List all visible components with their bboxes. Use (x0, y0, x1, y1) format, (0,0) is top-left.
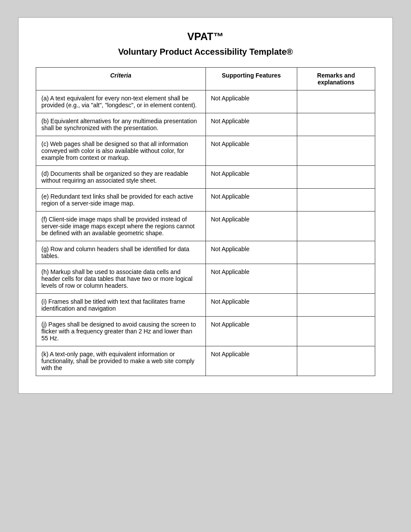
remarks-cell (297, 241, 375, 264)
remarks-cell (297, 346, 375, 376)
criteria-cell: (g) Row and column headers shall be iden… (36, 241, 206, 264)
criteria-cell: (c) Web pages shall be designed so that … (36, 136, 206, 166)
table-row: (e) Redundant text links shall be provid… (36, 189, 375, 212)
criteria-cell: (i) Frames shall be titled with text tha… (36, 294, 206, 317)
supporting-cell: Not Applicable (206, 346, 297, 376)
table-row: (k) A text-only page, with equivalent in… (36, 346, 375, 376)
remarks-cell (297, 136, 375, 166)
table-row: (d) Documents shall be organized so they… (36, 166, 375, 189)
criteria-cell: (j) Pages shall be designed to avoid cau… (36, 317, 206, 346)
remarks-cell (297, 264, 375, 294)
criteria-cell: (b) Equivalent alternatives for any mult… (36, 113, 206, 136)
table-row: (f) Client-side image maps shall be prov… (36, 212, 375, 241)
criteria-header: Criteria (36, 68, 206, 90)
remarks-cell (297, 166, 375, 189)
supporting-cell: Not Applicable (206, 136, 297, 166)
remarks-cell (297, 212, 375, 241)
supporting-cell: Not Applicable (206, 317, 297, 346)
page-title: VPAT™ (36, 31, 375, 43)
remarks-cell (297, 294, 375, 317)
table-row: (c) Web pages shall be designed so that … (36, 136, 375, 166)
criteria-cell: (k) A text-only page, with equivalent in… (36, 346, 206, 376)
criteria-cell: (e) Redundant text links shall be provid… (36, 189, 206, 212)
table-row: (h) Markup shall be used to associate da… (36, 264, 375, 294)
supporting-cell: Not Applicable (206, 294, 297, 317)
criteria-cell: (d) Documents shall be organized so they… (36, 166, 206, 189)
supporting-cell: Not Applicable (206, 241, 297, 264)
remarks-cell (297, 90, 375, 113)
remarks-cell (297, 113, 375, 136)
table-row: (a) A text equivalent for every non-text… (36, 90, 375, 113)
table-row: (b) Equivalent alternatives for any mult… (36, 113, 375, 136)
table-row: (i) Frames shall be titled with text tha… (36, 294, 375, 317)
criteria-cell: (f) Client-side image maps shall be prov… (36, 212, 206, 241)
supporting-header: Supporting Features (206, 68, 297, 90)
remarks-cell (297, 189, 375, 212)
page-subtitle: Voluntary Product Accessibility Template… (36, 47, 375, 57)
remarks-cell (297, 317, 375, 346)
supporting-cell: Not Applicable (206, 113, 297, 136)
table-row: (g) Row and column headers shall be iden… (36, 241, 375, 264)
supporting-cell: Not Applicable (206, 189, 297, 212)
supporting-cell: Not Applicable (206, 212, 297, 241)
table-body: (a) A text equivalent for every non-text… (36, 90, 375, 376)
supporting-cell: Not Applicable (206, 166, 297, 189)
criteria-cell: (h) Markup shall be used to associate da… (36, 264, 206, 294)
supporting-cell: Not Applicable (206, 264, 297, 294)
remarks-header: Remarks and explanations (297, 68, 375, 90)
table-row: (j) Pages shall be designed to avoid cau… (36, 317, 375, 346)
vpat-table: Criteria Supporting Features Remarks and… (36, 67, 375, 376)
criteria-cell: (a) A text equivalent for every non-text… (36, 90, 206, 113)
table-header-row: Criteria Supporting Features Remarks and… (36, 68, 375, 90)
page-container: VPAT™ Voluntary Product Accessibility Te… (18, 17, 393, 394)
supporting-cell: Not Applicable (206, 90, 297, 113)
